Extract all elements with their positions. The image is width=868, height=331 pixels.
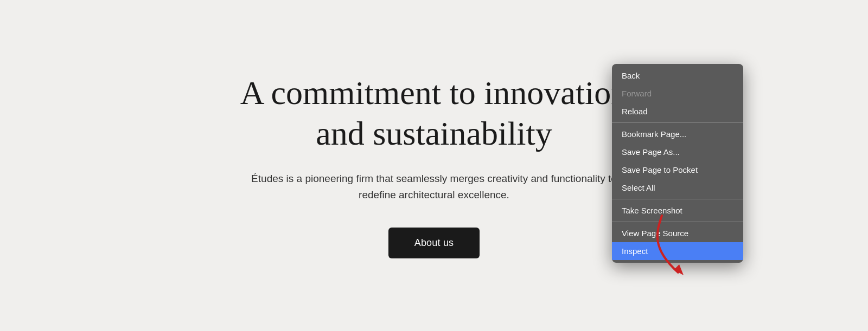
menu-item-screenshot[interactable]: Take Screenshot (612, 202, 743, 219)
menu-item-view-source[interactable]: View Page Source (612, 224, 743, 242)
menu-item-inspect[interactable]: Inspect (612, 242, 743, 260)
menu-item-pocket[interactable]: Save Page to Pocket (612, 161, 743, 179)
menu-divider-3 (612, 222, 743, 222)
menu-item-forward: Forward (612, 85, 743, 102)
sub-text: Études is a pioneering firm that seamles… (250, 171, 618, 204)
menu-item-reload[interactable]: Reload (612, 102, 743, 120)
menu-item-select-all[interactable]: Select All (612, 179, 743, 197)
context-menu: Back Forward Reload Bookmark Page... Sav… (612, 64, 743, 263)
menu-divider-2 (612, 199, 743, 199)
main-heading: A commitment to innovation and sustainab… (222, 73, 646, 153)
menu-item-back[interactable]: Back (612, 67, 743, 85)
menu-item-bookmark[interactable]: Bookmark Page... (612, 125, 743, 143)
menu-item-save-as[interactable]: Save Page As... (612, 143, 743, 161)
menu-divider-1 (612, 122, 743, 123)
about-us-button[interactable]: About us (388, 228, 480, 258)
